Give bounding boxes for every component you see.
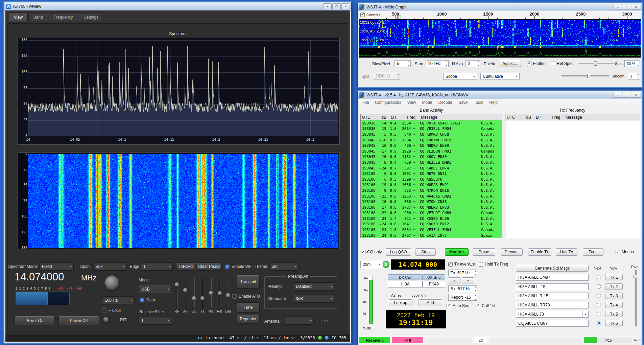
close-icon[interactable]: × <box>632 92 640 98</box>
spectrum-mode-select[interactable]: Fixed <box>39 262 74 271</box>
tofixed-button[interactable]: ToFixed <box>176 262 195 271</box>
flock-checkbox[interactable]: F Lock <box>102 308 121 313</box>
next-radio[interactable] <box>597 284 601 289</box>
span-select[interactable]: ±5k <box>93 262 126 271</box>
palette-adjust-button[interactable]: Adjust... <box>499 60 521 67</box>
tx-slot-button[interactable]: Tx 6 <box>605 320 623 326</box>
rit-checkbox[interactable]: RIT <box>114 318 126 322</box>
decode-button[interactable]: Decode <box>501 248 523 256</box>
dx-grid-field[interactable]: FK49 <box>423 281 445 288</box>
menu-view[interactable]: View <box>404 99 419 106</box>
halt-tx-button[interactable]: Halt Tx <box>556 248 577 256</box>
next-radio[interactable] <box>597 312 601 316</box>
mode-select[interactable]: USB <box>139 285 171 293</box>
tx-even-checkbox[interactable]: Tx even/1st <box>448 262 475 267</box>
log-qso-button[interactable]: Log QSO <box>386 248 411 256</box>
decode-row[interactable]: 193045-160.61152 ~CQ K6OV EN80U.S.A. <box>361 154 502 160</box>
tx-message-field[interactable]: HI3A AI6LL -15 <box>516 283 589 290</box>
slider-handle[interactable] <box>209 291 213 295</box>
dx-call-field[interactable]: HI3A <box>388 281 423 288</box>
decode-row[interactable]: 193045-170.91929 ~CQ VE3DBN FN03Canada <box>361 148 502 154</box>
erase-button[interactable]: Erase <box>473 248 495 256</box>
waterfall-gain-slider[interactable] <box>562 73 609 78</box>
next-radio[interactable] <box>597 321 601 325</box>
next-radio[interactable] <box>597 294 601 298</box>
slider-sq[interactable]: SQ <box>191 278 197 315</box>
tune-button[interactable]: Tune <box>583 248 603 256</box>
maximize-icon[interactable]: □ <box>623 92 631 98</box>
close-icon[interactable]: × <box>341 3 350 9</box>
hold-tx-freq-checkbox[interactable]: Hold Tx Freq <box>479 262 508 267</box>
stop-button[interactable]: Stop <box>415 248 436 256</box>
bins-per-pixel-spinner[interactable]: 5 <box>395 60 411 67</box>
flatten-checkbox[interactable]: Flatten <box>527 61 546 66</box>
preamp-select[interactable]: Disabled <box>293 282 334 291</box>
menu-file[interactable]: File <box>359 99 372 106</box>
slider-handle[interactable] <box>200 296 205 301</box>
decode-row[interactable]: 193045-100.61304 ~CQ KD8YWF FM19U.S.A. <box>361 137 502 143</box>
power-off-button[interactable]: Power Off <box>58 316 99 325</box>
waterfall-canvas[interactable] <box>28 154 338 248</box>
spectrum-type-select[interactable]: Cumulative <box>480 73 520 80</box>
data-checkbox[interactable]: Data <box>140 298 155 302</box>
report-spinner[interactable]: Report -15 <box>448 294 477 301</box>
rit-knob[interactable] <box>102 316 110 323</box>
call-1st-checkbox[interactable]: Call 1st <box>476 303 495 308</box>
menu-configurations[interactable]: Configurations <box>372 99 404 106</box>
palette-select[interactable]: Scope <box>443 73 477 80</box>
repeater-button[interactable]: Repeater <box>237 314 260 324</box>
n-avg-spinner[interactable]: 2 <box>466 60 480 67</box>
freq-down-button[interactable]: ▼ <box>462 277 474 283</box>
menu-mode[interactable]: Mode <box>419 99 435 106</box>
frequency-readout[interactable]: 14.074000 <box>15 271 64 283</box>
slider-ref[interactable]: Ref <box>217 278 223 315</box>
freq-up-button[interactable]: ▲ <box>448 277 460 283</box>
minimize-icon[interactable]: – <box>614 4 622 10</box>
pwr-slider[interactable] <box>634 270 638 326</box>
decode-row[interactable]: 193100-230.81263 ~CQ WA4CAS EM92U.S.A. <box>361 193 502 199</box>
enable-wf-checkbox[interactable]: Enable WF <box>225 264 252 269</box>
menu-tools[interactable]: Tools <box>471 99 486 106</box>
next-radio[interactable] <box>597 275 601 279</box>
tx-slot-button[interactable]: Tx 5 <box>605 311 623 317</box>
slider-rf[interactable]: RF <box>174 278 180 315</box>
cq-only-checkbox[interactable]: CQ only <box>361 250 382 254</box>
tab-band[interactable]: Band <box>28 13 48 21</box>
maximize-icon[interactable]: □ <box>623 4 631 10</box>
slider-tx[interactable]: TX <box>199 278 206 315</box>
slider-handle[interactable] <box>226 293 231 298</box>
lookup-button[interactable]: Lookup <box>389 299 412 306</box>
split-spinner[interactable]: 2500 Hz <box>373 73 400 79</box>
menu-save[interactable]: Save <box>455 99 471 106</box>
enable-tx-button[interactable]: Enable Tx <box>528 248 551 256</box>
spectrum-gain-slider[interactable] <box>579 61 614 66</box>
tx-slot-button[interactable]: Tx 2 <box>605 283 623 290</box>
receive-filter-select[interactable]: 1 <box>139 317 171 325</box>
theme-select[interactable]: Jet <box>269 262 299 271</box>
auto-seq-checkbox[interactable]: Auto Seq <box>447 303 469 308</box>
menu-help[interactable]: Help <box>486 99 501 106</box>
decode-row[interactable]: 19310000.61601 ~CQ NB7B DN31U.S.A. <box>361 171 502 177</box>
tx-slot-button[interactable]: Tx 4 <box>605 302 623 308</box>
decode-row[interactable]: 193045-80.4759 ~CQ WE2LEW DM91U.S.A. <box>361 160 502 165</box>
slider-handle[interactable] <box>594 61 597 66</box>
tx-message-field[interactable]: HI3A AI6LL CM87 <box>516 274 589 281</box>
decode-row[interactable]: 193100160.8630 ~CQ W7OK CN86U.S.A. <box>361 199 502 205</box>
slider-handle[interactable] <box>183 288 188 293</box>
decode-row[interactable]: 19304550.5640 ~CQ K9MRQ CN88U.S.A. <box>361 132 502 137</box>
transmit-button[interactable]: Transmit <box>237 275 260 289</box>
band-select[interactable]: 20m <box>360 261 382 268</box>
slider-handle[interactable] <box>217 291 222 296</box>
decode-row[interactable]: 193030-191.82064 ~CQ VE3ELL FN04Canada <box>361 126 502 132</box>
tx-message-field[interactable]: HI3A AI6LL R-15 <box>516 293 589 299</box>
tab-settings[interactable]: Settings <box>79 13 103 21</box>
tab-view[interactable]: View <box>9 13 28 21</box>
decode-row[interactable]: 193045-160.6408 ~CQ N8DRD EN90U.S.A. <box>361 143 502 148</box>
enable-atu-checkbox[interactable]: Enable ATU <box>232 294 260 299</box>
menu-decode[interactable]: Decode <box>435 99 455 106</box>
decode-row[interactable]: 19310060.31399 ~CQ AB5EO/6U.S.A. <box>361 177 502 182</box>
slider-handle[interactable] <box>587 74 590 78</box>
close-icon[interactable]: × <box>632 4 640 10</box>
decode-row[interactable]: 193100-240.62707 ~CQ EA1A IN73Spain <box>361 233 502 238</box>
maximize-icon[interactable]: □ <box>332 3 341 9</box>
